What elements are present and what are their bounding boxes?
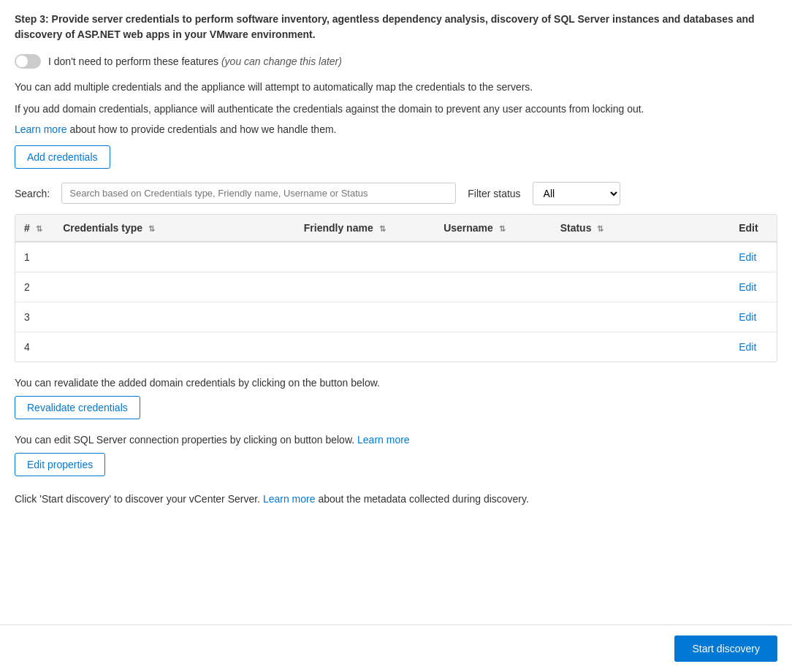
- search-filter-row: Search: Filter status All Valid Invalid …: [15, 182, 777, 205]
- row-cred-type: [54, 302, 295, 332]
- start-discovery-text: Click 'Start discovery' to discover your…: [15, 491, 777, 507]
- revalidate-section: You can revalidate the added domain cred…: [15, 377, 777, 419]
- sort-icon-cred: ⇅: [148, 224, 155, 234]
- edit-link-1[interactable]: Edit: [739, 251, 756, 263]
- sort-icon-username: ⇅: [499, 224, 506, 234]
- col-header-status[interactable]: Status ⇅: [552, 215, 731, 242]
- table-row: 1 Edit: [15, 242, 777, 272]
- col-header-num[interactable]: # ⇅: [15, 215, 54, 242]
- toggle-label: I don't need to perform these features (…: [48, 56, 342, 67]
- filter-status-label: Filter status: [468, 188, 520, 199]
- row-edit[interactable]: Edit: [730, 302, 777, 332]
- row-edit[interactable]: Edit: [730, 272, 777, 302]
- search-input[interactable]: [61, 183, 456, 204]
- search-label: Search:: [15, 188, 50, 199]
- row-friendly-name: [295, 272, 435, 302]
- col-header-edit: Edit: [730, 215, 777, 242]
- sort-icon-friendly: ⇅: [379, 224, 386, 234]
- start-discovery-button[interactable]: Start discovery: [674, 635, 777, 662]
- edit-link-3[interactable]: Edit: [739, 311, 756, 323]
- revalidate-text: You can revalidate the added domain cred…: [15, 377, 777, 389]
- col-header-username[interactable]: Username ⇅: [435, 215, 551, 242]
- row-username: [435, 302, 551, 332]
- row-friendly-name: [295, 332, 435, 362]
- learn-more-suffix: about how to provide credentials and how…: [69, 123, 336, 135]
- revalidate-credentials-button[interactable]: Revalidate credentials: [15, 396, 140, 419]
- learn-more-row: Learn more about how to provide credenti…: [15, 123, 777, 135]
- row-status: [552, 272, 731, 302]
- add-credentials-button[interactable]: Add credentials: [15, 145, 110, 169]
- table-row: 4 Edit: [15, 332, 777, 362]
- row-status: [552, 302, 731, 332]
- sort-icon-status: ⇅: [597, 224, 603, 234]
- row-num: 4: [15, 332, 54, 362]
- toggle-row: I don't need to perform these features (…: [15, 54, 777, 69]
- step-title: Step 3: Provide server credentials to pe…: [15, 12, 777, 42]
- edit-properties-button[interactable]: Edit properties: [15, 453, 105, 476]
- row-edit[interactable]: Edit: [730, 332, 777, 362]
- col-header-cred-type[interactable]: Credentials type ⇅: [54, 215, 295, 242]
- row-cred-type: [54, 242, 295, 272]
- edit-properties-text: You can edit SQL Server connection prope…: [15, 434, 777, 446]
- row-friendly-name: [295, 242, 435, 272]
- table-body: 1 Edit 2 Edit 3 Edit: [15, 242, 777, 362]
- row-username: [435, 272, 551, 302]
- learn-more-link[interactable]: Learn more: [15, 123, 67, 135]
- col-header-friendly-name[interactable]: Friendly name ⇅: [295, 215, 435, 242]
- credentials-table: # ⇅ Credentials type ⇅ Friendly name ⇅ U…: [15, 215, 777, 362]
- row-status: [552, 242, 731, 272]
- row-cred-type: [54, 272, 295, 302]
- row-username: [435, 242, 551, 272]
- toggle-switch[interactable]: [15, 54, 41, 69]
- edit-link-2[interactable]: Edit: [739, 281, 756, 293]
- edit-link-4[interactable]: Edit: [739, 341, 756, 353]
- row-num: 1: [15, 242, 54, 272]
- credentials-table-container: # ⇅ Credentials type ⇅ Friendly name ⇅ U…: [15, 214, 777, 362]
- start-discovery-text-after: about the metadata collected during disc…: [318, 493, 528, 505]
- bottom-bar: Start discovery: [0, 625, 792, 672]
- filter-status-select[interactable]: All Valid Invalid Pending: [533, 182, 620, 205]
- start-discovery-section: Click 'Start discovery' to discover your…: [15, 491, 777, 507]
- sort-icon-num: ⇅: [36, 224, 42, 234]
- row-num: 3: [15, 302, 54, 332]
- table-header-row: # ⇅ Credentials type ⇅ Friendly name ⇅ U…: [15, 215, 777, 242]
- edit-properties-section: You can edit SQL Server connection prope…: [15, 434, 777, 476]
- row-cred-type: [54, 332, 295, 362]
- start-discovery-learn-more-link[interactable]: Learn more: [263, 493, 316, 505]
- row-username: [435, 332, 551, 362]
- table-row: 2 Edit: [15, 272, 777, 302]
- row-friendly-name: [295, 302, 435, 332]
- toggle-italic: (you can change this later): [221, 56, 342, 67]
- row-num: 2: [15, 272, 54, 302]
- table-row: 3 Edit: [15, 302, 777, 332]
- edit-properties-learn-more-link[interactable]: Learn more: [357, 434, 410, 446]
- info-text-1: You can add multiple credentials and the…: [15, 79, 777, 95]
- row-edit[interactable]: Edit: [730, 242, 777, 272]
- info-text-2: If you add domain credentials, appliance…: [15, 101, 777, 117]
- row-status: [552, 332, 731, 362]
